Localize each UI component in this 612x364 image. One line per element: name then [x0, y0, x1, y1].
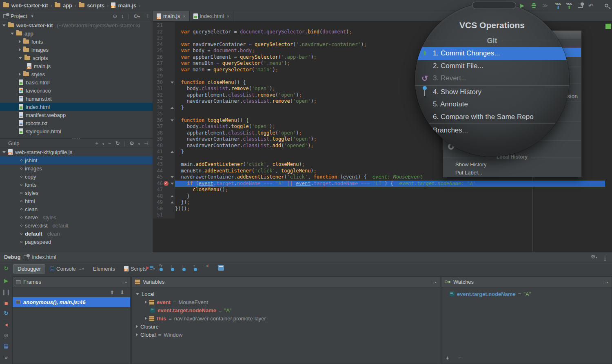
fold-marker[interactable] — [170, 29, 175, 35]
gulp-task-copy[interactable]: copy — [0, 172, 153, 181]
tree-row-root[interactable]: web-starter-kit(~/WebstormProjects/web-s… — [0, 21, 153, 29]
fold-marker[interactable] — [170, 92, 175, 99]
force-step-into-icon[interactable]: ↓ — [180, 265, 188, 271]
vcs-menu-item[interactable]: 5. Annotate — [415, 98, 569, 111]
frame-down-icon[interactable]: ⬇ — [120, 289, 124, 296]
tab-index.html[interactable]: index.html× — [190, 11, 234, 21]
debug-button[interactable] — [529, 0, 539, 11]
breadcrumb-item[interactable]: main.js — [111, 2, 136, 9]
variable-row-this[interactable]: this = nav.navdrawer-container.promote-l… — [136, 314, 440, 322]
vcs-commit-button[interactable]: VCS⬆ — [564, 0, 574, 11]
expand-icon[interactable] — [11, 33, 14, 35]
float-icon[interactable]: →▪ — [121, 280, 127, 285]
frame-row[interactable]: anonymous(), main.js:46 — [13, 297, 130, 307]
gulp-task-default[interactable]: defaultclean — [0, 229, 153, 238]
float-icon[interactable]: →▪ — [430, 280, 437, 285]
gutter-icon-area[interactable] — [163, 212, 170, 218]
external-icon[interactable]: →▪ — [78, 266, 84, 271]
watch-row[interactable]: event.target.nodeName = "A" — [450, 290, 612, 298]
gutter-icon-area[interactable] — [163, 149, 170, 155]
gulp-task-jshint[interactable]: jshint — [0, 156, 153, 164]
project-panel-header[interactable]: Project ▼ ⊙ ↕ | ⚙▾ ⊣ — [0, 11, 153, 21]
breakpoint-icon[interactable] — [164, 181, 169, 186]
scroll-source-icon[interactable]: ↕ — [121, 13, 124, 19]
tree-row-fonts[interactable]: fonts — [0, 38, 153, 46]
reload-page-icon[interactable]: ↻ — [0, 310, 12, 316]
fold-marker[interactable] — [170, 199, 175, 206]
tree-row-images[interactable]: images — [0, 46, 153, 54]
step-into-icon[interactable]: ↓ — [169, 265, 176, 271]
gutter-icon-area[interactable] — [163, 161, 170, 168]
search-everywhere-button[interactable] — [601, 0, 611, 11]
gutter-icon-area[interactable] — [163, 206, 170, 212]
gutter-icon-area[interactable] — [163, 29, 170, 35]
gulp-task-images[interactable]: images — [0, 164, 153, 172]
gutter-icon-area[interactable] — [163, 92, 170, 99]
gutter-icon-area[interactable] — [163, 193, 170, 200]
expand-icon[interactable] — [145, 317, 147, 320]
gulp-task-styles[interactable]: styles — [0, 189, 153, 197]
gutter-icon-area[interactable] — [163, 54, 170, 61]
gulp-task-clean[interactable]: clean — [0, 205, 153, 213]
gear-icon[interactable]: ⚙▾ — [129, 140, 140, 146]
refresh-icon[interactable]: ↻ — [115, 140, 120, 146]
code-line-46[interactable]: 46 if (event.target.nodeName === 'A' || … — [153, 181, 612, 187]
fold-marker[interactable] — [170, 193, 175, 200]
tree-row-robots.txt[interactable]: robots.txt — [0, 119, 153, 127]
gutter-icon-area[interactable] — [163, 73, 170, 79]
expand-icon[interactable] — [145, 300, 147, 304]
debug-tab-Elements[interactable]: Elements — [89, 264, 120, 274]
vcs-menu-item[interactable]: 2. Commit File... — [415, 60, 569, 73]
gulp-task-pagespeed[interactable]: pagespeed — [0, 238, 153, 246]
gutter-icon-area[interactable] — [163, 35, 170, 42]
fold-marker[interactable] — [170, 67, 175, 73]
fold-marker[interactable] — [170, 86, 175, 92]
gutter-icon-area[interactable] — [163, 155, 170, 162]
evaluate-expression-icon[interactable] — [218, 265, 224, 271]
gutter-icon-area[interactable] — [163, 42, 170, 48]
gulp-task-html[interactable]: html — [0, 197, 153, 205]
fold-marker[interactable] — [170, 60, 175, 67]
gear-icon[interactable]: ⚙▾ — [133, 13, 140, 19]
vcs-menu-item[interactable]: ↺3. Revert... — [415, 72, 569, 85]
hide-panel-icon[interactable]: ⊣ — [144, 13, 149, 19]
expand-icon[interactable] — [19, 57, 22, 59]
vcs-menu-item[interactable]: ⬆1. Commit Changes... — [415, 47, 569, 60]
variable-row-Global[interactable]: Global = Window — [136, 331, 440, 339]
minimize-icon[interactable]: ↓ — [604, 254, 607, 260]
tree-row-humans.txt[interactable]: humans.txt — [0, 95, 153, 103]
code-line-49[interactable]: 49 }); — [153, 199, 612, 206]
fold-marker[interactable] — [170, 42, 175, 48]
expand-icon[interactable] — [136, 325, 138, 328]
fold-marker[interactable] — [170, 124, 175, 130]
gulp-task-serve[interactable]: servestyles — [0, 213, 153, 221]
variable-row-Closure[interactable]: Closure — [136, 322, 440, 331]
tree-row-basic.html[interactable]: basic.html — [0, 78, 153, 86]
expand-icon[interactable] — [136, 333, 138, 336]
coverage-button[interactable]: ≫ — [540, 0, 550, 11]
code-line-50[interactable]: 50})(); — [153, 206, 612, 212]
variable-row-Local[interactable]: Local — [136, 290, 440, 298]
fold-marker[interactable] — [170, 168, 175, 174]
breadcrumb-item[interactable]: scripts — [79, 2, 104, 9]
vcs-update-button[interactable]: VCS⬇ — [553, 0, 563, 11]
vcs-menu-item[interactable]: 6. Compare with the Same Repo — [415, 111, 569, 124]
vcs-popup-item-put-label[interactable]: Put Label... — [455, 170, 482, 176]
gutter-icon-area[interactable] — [163, 48, 170, 54]
gulp-root-row[interactable]: web-starter-kit/gulpfile.js — [0, 148, 153, 156]
tree-row-main.js[interactable]: main.js — [0, 62, 153, 70]
fold-marker[interactable] — [170, 212, 175, 218]
gutter-icon-area[interactable] — [163, 199, 170, 206]
gutter-icon-area[interactable] — [163, 168, 170, 174]
close-icon[interactable]: × — [183, 14, 185, 19]
fold-marker[interactable] — [170, 79, 175, 86]
breadcrumb-item[interactable]: web-starter-kit — [3, 2, 48, 9]
gulp-task-fonts[interactable]: fonts — [0, 181, 153, 189]
fold-marker[interactable] — [170, 48, 175, 54]
fold-marker[interactable] — [170, 98, 175, 105]
tree-row-app[interactable]: app — [0, 29, 153, 38]
tree-row-manifest.webapp[interactable]: manifest.webapp — [0, 111, 153, 119]
run-button[interactable]: ▶ — [517, 0, 527, 11]
remove-task-icon[interactable]: − — [108, 140, 111, 146]
fold-marker[interactable] — [170, 143, 175, 149]
